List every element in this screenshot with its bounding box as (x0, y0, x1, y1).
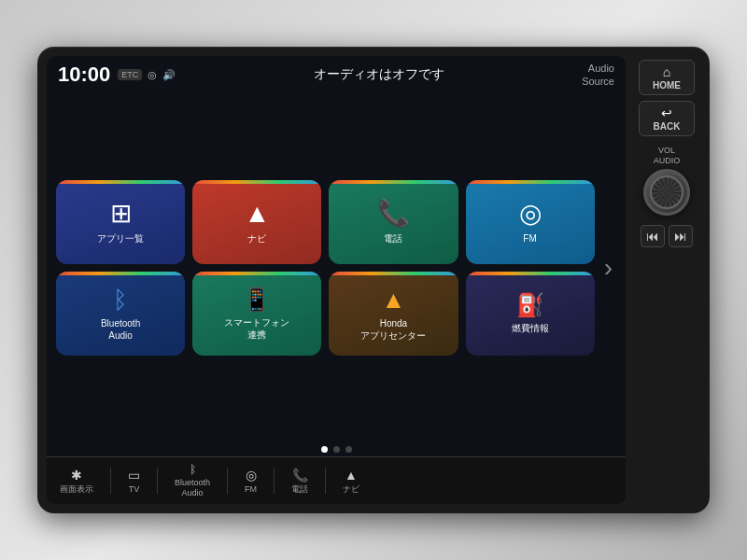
app-applist[interactable]: ⊞ アプリ一覧 (56, 180, 185, 264)
phone-icon: 📞 (377, 201, 410, 227)
back-label: BACK (654, 121, 681, 132)
top-bar: 10:00 ETC ◎ 🔊 オーディオはオフです Audio Source (47, 56, 626, 92)
bottom-tv[interactable]: ▭ TV (122, 466, 146, 497)
navi-label: ナビ (247, 232, 266, 245)
divider-3 (227, 468, 228, 494)
divider-4 (274, 468, 275, 494)
bottom-bar: ✱ 画面表示 ▭ TV ᛒ BluetoothAudio ◎ FM 📞 電話 (47, 456, 626, 504)
vol-knob[interactable] (643, 169, 690, 216)
bluetooth-icon: ᛒ (113, 287, 128, 312)
back-icon: ↩ (661, 105, 672, 120)
fuel-label: 燃費情報 (512, 322, 549, 334)
next-button[interactable]: ⏭ (669, 225, 693, 247)
bt-bottom-label: BluetoothAudio (175, 478, 210, 498)
vol-knob-area: VOL AUDIO (643, 146, 690, 216)
divider-2 (157, 468, 158, 494)
tv-icon: ▭ (128, 468, 140, 483)
app-honda[interactable]: ▲ Hondaアプリセンター (329, 272, 458, 356)
dot-2[interactable] (333, 446, 340, 453)
bottom-fm[interactable]: ◎ FM (239, 466, 262, 497)
track-controls: ⏮ ⏭ (641, 225, 693, 247)
phone-bottom-icon: 📞 (292, 468, 308, 483)
app-navi[interactable]: ▲ ナビ (192, 180, 321, 264)
tv-label: TV (129, 484, 140, 495)
navi-icon: ▲ (244, 201, 270, 227)
clock: 10:00 (58, 63, 110, 87)
honda-icon: ▲ (382, 287, 406, 312)
app-bluetooth[interactable]: ᛒ BluetoothAudio (56, 272, 185, 356)
fm-label: FM (523, 232, 536, 245)
dot-3[interactable] (345, 446, 352, 453)
top-bar-center: オーディオはオフです (314, 66, 444, 83)
app-grid: ⊞ アプリ一覧 ▲ ナビ 📞 電話 ◎ FM (56, 180, 595, 356)
wifi-icon: ◎ (148, 69, 157, 81)
phone-bottom-label: 電話 (291, 484, 308, 495)
page-dots (47, 442, 626, 456)
vol-label: VOL AUDIO (654, 146, 681, 166)
infotainment-unit: 10:00 ETC ◎ 🔊 オーディオはオフです Audio Source ⊞ … (37, 47, 710, 513)
top-bar-left: 10:00 ETC ◎ 🔊 (58, 63, 176, 87)
smartphone-label: スマートフォン連携 (224, 316, 289, 341)
bottom-phone[interactable]: 📞 電話 (286, 466, 314, 497)
app-fuel[interactable]: ⛽ 燃費情報 (466, 272, 595, 356)
etc-badge: ETC (118, 69, 142, 80)
bottom-navi[interactable]: ▲ ナビ (337, 466, 365, 497)
app-phone[interactable]: 📞 電話 (329, 180, 458, 264)
display-icon: ✱ (71, 468, 82, 483)
app-smartphone[interactable]: 📱 スマートフォン連携 (192, 272, 321, 356)
fm-bottom-icon: ◎ (246, 468, 257, 483)
honda-label: Hondaアプリセンター (360, 317, 426, 342)
bt-bottom-icon: ᛒ (190, 463, 196, 476)
bottom-display[interactable]: ✱ 画面表示 (54, 466, 99, 497)
knob-inner (650, 175, 684, 209)
dot-1[interactable] (321, 446, 328, 453)
speaker-icon: 🔊 (162, 69, 176, 81)
fm-icon: ◎ (519, 201, 542, 227)
navi-bottom-icon: ▲ (345, 468, 358, 483)
app-fm[interactable]: ◎ FM (466, 180, 595, 264)
next-icon: ⏭ (674, 229, 687, 244)
prev-button[interactable]: ⏮ (641, 225, 665, 247)
side-controls: ⌂ HOME ↩ BACK VOL AUDIO ⏮ ⏭ (633, 56, 700, 504)
fuel-icon: ⛽ (516, 294, 544, 316)
smartphone-icon: 📱 (243, 288, 271, 311)
divider-1 (110, 468, 111, 494)
home-icon: ⌂ (663, 64, 670, 79)
divider-5 (325, 468, 326, 494)
audio-source-label[interactable]: Audio Source (582, 62, 614, 89)
main-area: ⊞ アプリ一覧 ▲ ナビ 📞 電話 ◎ FM (47, 92, 626, 443)
audio-status: オーディオはオフです (314, 66, 444, 83)
home-button[interactable]: ⌂ HOME (639, 60, 695, 95)
home-label: HOME (653, 80, 681, 91)
applist-label: アプリ一覧 (97, 232, 144, 245)
status-icons: ETC ◎ 🔊 (118, 69, 176, 81)
back-button[interactable]: ↩ BACK (639, 101, 695, 136)
next-page-chevron[interactable]: › (600, 253, 616, 283)
bottom-bt-audio[interactable]: ᛒ BluetoothAudio (169, 461, 216, 500)
prev-icon: ⏮ (646, 229, 659, 244)
phone-label: 電話 (384, 232, 402, 245)
main-screen: 10:00 ETC ◎ 🔊 オーディオはオフです Audio Source ⊞ … (47, 56, 626, 504)
display-label: 画面表示 (60, 484, 93, 495)
bluetooth-label: BluetoothAudio (101, 317, 140, 342)
applist-icon: ⊞ (110, 201, 132, 227)
navi-bottom-label: ナビ (343, 484, 359, 495)
fm-bottom-label: FM (245, 484, 257, 495)
